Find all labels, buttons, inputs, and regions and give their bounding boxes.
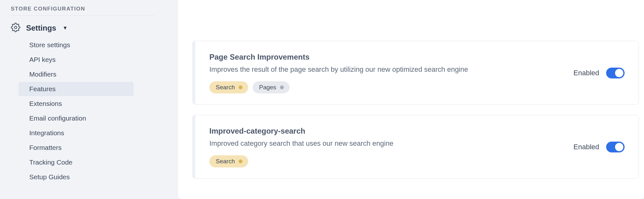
sidebar-item-setup-guides[interactable]: Setup Guides	[18, 170, 134, 184]
sidebar: STORE CONFIGURATION Settings ▼ Store set…	[0, 0, 165, 199]
gear-icon	[11, 23, 20, 33]
sidebar-item-tracking-code[interactable]: Tracking Code	[18, 155, 134, 169]
settings-label: Settings	[26, 24, 56, 33]
feature-description: Improves the result of the page search b…	[209, 65, 573, 74]
tag-label: Search	[216, 84, 235, 91]
enabled-label: Enabled	[573, 69, 599, 77]
feature-description: Improved category search that uses our n…	[209, 139, 573, 148]
sidebar-item-modifiers[interactable]: Modifiers	[18, 67, 134, 81]
feature-toggle[interactable]	[606, 142, 625, 152]
dot-icon	[239, 85, 242, 89]
enabled-label: Enabled	[573, 143, 599, 151]
tag-search: Search	[209, 81, 248, 93]
main-content: Page Search Improvements Improves the re…	[165, 0, 644, 199]
sidebar-item-formatters[interactable]: Formatters	[18, 141, 134, 155]
feature-controls: Enabled	[573, 68, 625, 78]
feature-card: Improved-category-search Improved catego…	[192, 115, 639, 179]
sidebar-item-extensions[interactable]: Extensions	[18, 97, 134, 111]
feature-info: Improved-category-search Improved catego…	[209, 127, 573, 167]
feature-controls: Enabled	[573, 142, 625, 152]
feature-tags: Search	[209, 155, 573, 167]
svg-point-0	[14, 26, 17, 29]
sidebar-item-api-keys[interactable]: API keys	[18, 53, 134, 67]
toggle-knob	[615, 69, 623, 77]
tag-label: Search	[216, 158, 235, 165]
tag-pages: Pages	[253, 81, 290, 93]
feature-card: Page Search Improvements Improves the re…	[192, 41, 639, 105]
features-panel: Page Search Improvements Improves the re…	[178, 0, 644, 199]
feature-title: Page Search Improvements	[209, 53, 573, 62]
feature-title: Improved-category-search	[209, 127, 573, 136]
sidebar-section-title: STORE CONFIGURATION	[0, 6, 165, 13]
chevron-down-icon: ▼	[63, 25, 68, 31]
toggle-knob	[615, 143, 623, 151]
sidebar-item-integrations[interactable]: Integrations	[18, 126, 134, 140]
feature-tags: Search Pages	[209, 81, 573, 93]
tag-label: Pages	[259, 84, 276, 91]
sidebar-divider	[11, 15, 155, 16]
feature-toggle[interactable]	[606, 68, 625, 78]
sidebar-item-email-configuration[interactable]: Email configuration	[18, 111, 134, 125]
sidebar-nav-list: Store settings API keys Modifiers Featur…	[0, 38, 165, 184]
sidebar-item-store-settings[interactable]: Store settings	[18, 38, 134, 52]
feature-info: Page Search Improvements Improves the re…	[209, 53, 573, 93]
dot-icon	[280, 85, 284, 89]
sidebar-item-features[interactable]: Features	[18, 82, 134, 96]
sidebar-settings-header[interactable]: Settings ▼	[0, 21, 165, 38]
tag-search: Search	[209, 155, 248, 167]
dot-icon	[239, 159, 242, 163]
